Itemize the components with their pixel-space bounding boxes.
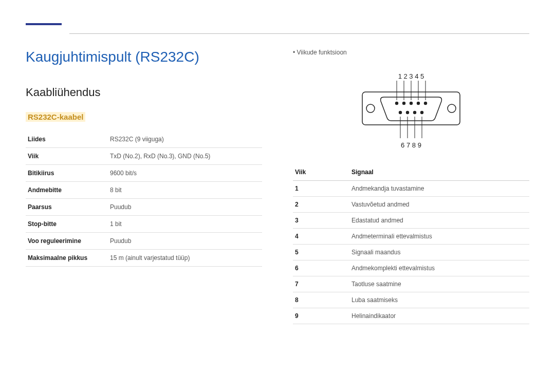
right-column: Viikude funktsioon 1 2 3 4 5 (293, 49, 529, 324)
pin-table: 1Andmekandja tuvastamine2Vastuvõetud and… (293, 181, 529, 324)
svg-point-10 (410, 102, 413, 105)
svg-point-7 (448, 104, 456, 113)
spec-value: 9600 bit/s (108, 165, 262, 182)
table-row: Bitikiirus9600 bit/s (26, 165, 262, 182)
table-row: PaarsusPuudub (26, 199, 262, 216)
svg-point-11 (417, 102, 420, 105)
spec-label: Paarsus (26, 199, 108, 216)
pin-signal: Luba saatmiseks (349, 292, 529, 308)
svg-point-14 (406, 111, 409, 114)
page-title: Kaugjuhtimispult (RS232C) (26, 49, 262, 65)
table-row: Stop-bitte1 bit (26, 216, 262, 233)
pin-number: 7 (293, 276, 349, 292)
table-row: 1Andmekandja tuvastamine (293, 181, 529, 197)
pin-table-header: Viik Signaal (293, 164, 529, 181)
spec-table: LiidesRS232C (9 viiguga)ViikTxD (No.2), … (26, 131, 262, 267)
pin-number: 1 (293, 181, 349, 197)
horizontal-rule (69, 33, 529, 34)
spec-value: Puudub (108, 233, 262, 250)
spec-value: 8 bit (108, 182, 262, 199)
spec-label: Liides (26, 131, 108, 148)
spec-label: Stop-bitte (26, 216, 108, 233)
table-row: 9Helinaindikaator (293, 308, 529, 324)
spec-label: Bitikiirus (26, 165, 108, 182)
pin-signal: Signaali maandus (349, 245, 529, 260)
pin-number: 4 (293, 229, 349, 245)
spec-label: Voo reguleerimine (26, 233, 108, 250)
table-row: 3Edastatud andmed (293, 213, 529, 229)
pin-signal: Taotluse saatmine (349, 276, 529, 292)
bottom-pin-numbers: 6 7 8 9 (401, 141, 421, 149)
table-row: 7Taotluse saatmine (293, 276, 529, 292)
db9-connector-diagram: 1 2 3 4 5 (293, 71, 529, 154)
pin-header-pin: Viik (295, 169, 351, 176)
left-column: Kaugjuhtimispult (RS232C) Kaabliühendus … (26, 49, 262, 324)
table-row: Voo reguleeriminePuudub (26, 233, 262, 250)
svg-point-8 (395, 102, 398, 105)
table-row: ViikTxD (No.2), RxD (No.3), GND (No.5) (26, 148, 262, 165)
pin-signal: Andmekandja tuvastamine (349, 181, 529, 197)
svg-point-13 (399, 111, 402, 114)
table-row: 5Signaali maandus (293, 245, 529, 260)
db9-icon: 1 2 3 4 5 (357, 71, 465, 154)
table-row: 4Andmeterminali ettevalmistus (293, 229, 529, 245)
pin-signal: Helinaindikaator (349, 308, 529, 324)
spec-label: Andmebitte (26, 182, 108, 199)
pin-header-signal: Signaal (351, 169, 527, 176)
pin-number: 9 (293, 308, 349, 324)
table-row: 6Andmekomplekti ettevalmistus (293, 260, 529, 276)
page-content: Kaugjuhtimispult (RS232C) Kaabliühendus … (26, 49, 529, 324)
pin-number: 8 (293, 292, 349, 308)
pin-signal: Andmeterminali ettevalmistus (349, 229, 529, 245)
svg-point-12 (424, 102, 427, 105)
svg-point-15 (413, 111, 416, 114)
table-row: 2Vastuvõetud andmed (293, 197, 529, 213)
spec-value: TxD (No.2), RxD (No.3), GND (No.5) (108, 148, 262, 165)
pin-number: 3 (293, 213, 349, 229)
pin-function-label: Viikude funktsioon (293, 49, 529, 56)
table-row: 8Luba saatmiseks (293, 292, 529, 308)
spec-label: Viik (26, 148, 108, 165)
table-row: Andmebitte8 bit (26, 182, 262, 199)
pin-number: 2 (293, 197, 349, 213)
spec-value: Puudub (108, 199, 262, 216)
svg-point-6 (366, 104, 375, 113)
accent-bar (26, 23, 62, 25)
section-heading: Kaabliühendus (26, 86, 262, 99)
spec-label: Maksimaalne pikkus (26, 250, 108, 267)
pin-signal: Edastatud andmed (349, 213, 529, 229)
pin-number: 6 (293, 260, 349, 276)
spec-value: 15 m (ainult varjestatud tüüp) (108, 250, 262, 267)
pin-signal: Vastuvõetud andmed (349, 197, 529, 213)
svg-point-16 (420, 111, 423, 114)
pin-signal: Andmekomplekti ettevalmistus (349, 260, 529, 276)
table-row: Maksimaalne pikkus15 m (ainult varjestat… (26, 250, 262, 267)
pin-number: 5 (293, 245, 349, 260)
table-row: LiidesRS232C (9 viiguga) (26, 131, 262, 148)
spec-value: 1 bit (108, 216, 262, 233)
top-pin-numbers: 1 2 3 4 5 (398, 72, 424, 80)
spec-value: RS232C (9 viiguga) (108, 131, 262, 148)
svg-point-9 (402, 102, 405, 105)
subsection-heading: RS232C-kaabel (26, 112, 85, 122)
